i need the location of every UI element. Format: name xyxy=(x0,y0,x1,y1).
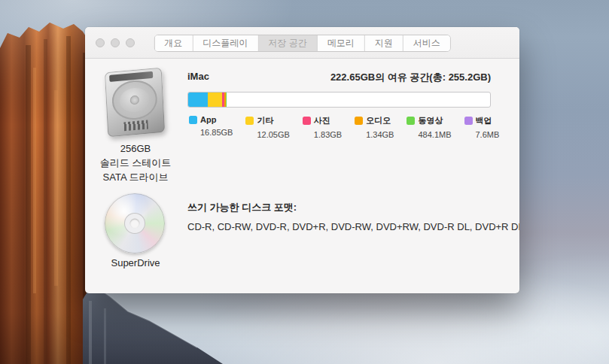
tab-3[interactable]: 메모리 xyxy=(318,35,365,51)
zoom-button[interactable] xyxy=(126,38,135,47)
superdrive-label: SuperDrive xyxy=(85,257,186,268)
hard-drive-icon xyxy=(105,68,165,138)
legend-label: App xyxy=(200,115,216,124)
legend-swatch xyxy=(464,117,473,125)
traffic-lights xyxy=(96,38,135,47)
close-button[interactable] xyxy=(96,38,105,47)
hard-drive-platter xyxy=(111,78,158,121)
legend-label: 백업 xyxy=(476,115,492,126)
legend-item: 오디오1.34GB xyxy=(355,115,394,139)
legend-item: 동영상484.1MB xyxy=(407,115,451,139)
legend-value: 16.85GB xyxy=(200,128,233,137)
hard-drive-name-line3: SATA 드라이브 xyxy=(85,170,186,184)
bar-segment xyxy=(208,93,222,107)
hard-drive-name: 256GB 솔리드 스테이트 SATA 드라이브 xyxy=(85,141,186,184)
tab-2[interactable]: 저장 공간 xyxy=(258,35,317,51)
storage-usage-bar xyxy=(187,92,491,108)
minimize-button[interactable] xyxy=(111,38,120,47)
bar-segment xyxy=(188,93,208,107)
superdrive-disc-icon xyxy=(105,193,165,253)
storage-pane: 256GB 솔리드 스테이트 SATA 드라이브 SuperDrive iMac… xyxy=(85,59,519,293)
legend-value: 12.05GB xyxy=(257,130,289,139)
tab-5[interactable]: 서비스 xyxy=(403,35,450,51)
legend-value: 1.83GB xyxy=(314,130,342,139)
legend-label: 사진 xyxy=(314,115,330,126)
legend-item: App16.85GB xyxy=(189,115,233,139)
legend-swatch xyxy=(407,117,415,125)
disc-formats-list: CD-R, CD-RW, DVD-R, DVD+R, DVD-RW, DVD+R… xyxy=(187,221,519,232)
volume-name: iMac xyxy=(187,71,209,84)
hard-drive-vent xyxy=(123,120,148,132)
legend-value: 484.1MB xyxy=(418,130,451,139)
legend-swatch xyxy=(189,116,197,124)
hard-drive-name-line2: 솔리드 스테이트 xyxy=(85,156,186,170)
hard-drive-name-line1: 256GB xyxy=(85,141,186,156)
legend-item: 기타12.05GB xyxy=(245,115,289,139)
tab-0[interactable]: 개요 xyxy=(154,35,193,51)
legend-value: 1.34GB xyxy=(366,130,394,139)
hard-drive-hub xyxy=(130,95,140,105)
tab-bar: 개요디스플레이저장 공간메모리지원서비스 xyxy=(154,35,450,52)
bar-segment xyxy=(226,93,227,107)
legend-item: 사진1.83GB xyxy=(303,115,342,139)
legend-item: 백업7.6MB xyxy=(464,115,500,139)
storage-legend: App16.85GB기타12.05GB사진1.83GB오디오1.34GB동영상4… xyxy=(189,115,499,139)
disc-formats-title: 쓰기 가능한 디스크 포맷: xyxy=(187,201,297,214)
tab-1[interactable]: 디스플레이 xyxy=(193,35,258,51)
legend-swatch xyxy=(355,117,363,125)
legend-value: 7.6MB xyxy=(476,130,500,139)
free-space-text: 222.65GB의 여유 공간(총: 255.2GB) xyxy=(330,71,491,84)
disc-hole xyxy=(130,219,140,229)
tab-4[interactable]: 지원 xyxy=(365,35,403,51)
titlebar: 개요디스플레이저장 공간메모리지원서비스 xyxy=(85,27,519,59)
legend-label: 동영상 xyxy=(418,115,443,126)
about-this-mac-window: 개요디스플레이저장 공간메모리지원서비스 256GB 솔리드 스테이트 SATA… xyxy=(85,27,519,293)
legend-label: 오디오 xyxy=(366,115,391,126)
legend-swatch xyxy=(303,117,311,125)
legend-label: 기타 xyxy=(257,115,273,126)
volume-header: iMac 222.65GB의 여유 공간(총: 255.2GB) xyxy=(187,71,491,84)
legend-swatch xyxy=(245,117,254,125)
